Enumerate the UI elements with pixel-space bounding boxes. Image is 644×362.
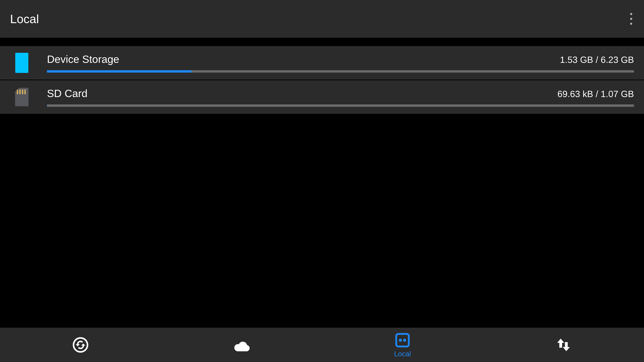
nav-item-local[interactable]: Local: [322, 328, 483, 362]
storage-name: SD Card: [47, 87, 88, 99]
cloud-icon: [232, 337, 251, 353]
storage-list: Device Storage 1.53 GB / 6.23 GB SD Card: [0, 38, 644, 328]
storage-name: Device Storage: [47, 53, 119, 65]
nav-label: Local: [394, 350, 411, 358]
sync-icon: [72, 337, 89, 353]
storage-progress-fill: [47, 70, 191, 72]
nav-item-cloud[interactable]: [161, 328, 322, 362]
storage-size: 1.53 GB / 6.23 GB: [560, 54, 634, 65]
overflow-menu-icon[interactable]: [630, 13, 634, 25]
svg-point-1: [399, 339, 402, 342]
sd-card-icon: [14, 87, 30, 107]
transfer-icon: [555, 337, 572, 353]
storage-item-device[interactable]: Device Storage 1.53 GB / 6.23 GB: [0, 46, 644, 80]
device-storage-icon: [14, 53, 30, 73]
page-title: Local: [10, 12, 39, 26]
bottom-nav: Local: [0, 328, 644, 362]
nav-item-transfer[interactable]: [483, 328, 644, 362]
app-header: Local: [0, 0, 644, 38]
storage-progress: [47, 104, 634, 107]
storage-item-sdcard[interactable]: SD Card 69.63 kB / 1.07 GB: [0, 80, 644, 114]
storage-size: 69.63 kB / 1.07 GB: [558, 89, 634, 99]
svg-rect-0: [396, 334, 409, 347]
svg-point-2: [403, 339, 406, 342]
local-storage-icon: [394, 332, 411, 349]
storage-progress: [47, 70, 634, 72]
nav-item-sync[interactable]: [0, 328, 161, 362]
